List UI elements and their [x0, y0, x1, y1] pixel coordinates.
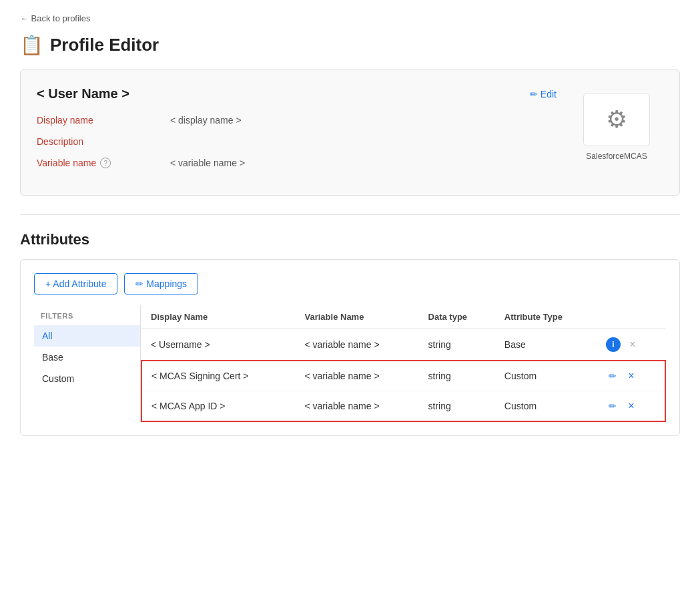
cell-actions: ✏ ×	[597, 361, 665, 391]
cell-variable-name: < variable name >	[296, 329, 419, 361]
col-attribute-type: Attribute Type	[495, 305, 597, 329]
cell-display-name: < Username >	[141, 329, 296, 361]
table-header: Display Name Variable Name Data type Att…	[141, 305, 665, 329]
app-name: SalesforceMCAS	[586, 152, 647, 161]
variable-name-field: Variable name ? < variable name >	[37, 158, 557, 168]
description-field: Description	[37, 136, 557, 147]
attributes-table: Display Name Variable Name Data type Att…	[141, 305, 666, 422]
variable-name-label: Variable name	[37, 158, 96, 168]
divider	[20, 214, 680, 215]
filter-item-base[interactable]: Base	[34, 347, 140, 368]
back-link-text: ← Back to profiles	[20, 13, 91, 23]
profile-info: < User Name > ✏ Edit Display name < disp…	[37, 86, 557, 179]
mappings-button[interactable]: ✏ Mappings	[124, 273, 198, 294]
edit-button[interactable]: ✏ Edit	[530, 89, 557, 99]
cell-actions: ✏ ×	[597, 391, 665, 422]
edit-row-button[interactable]: ✏	[606, 399, 619, 413]
cell-actions: i ×	[597, 329, 665, 361]
content-area: FILTERS All Base Custom Display Name Var…	[34, 305, 666, 422]
table-body: < Username > < variable name > string Ba…	[141, 329, 665, 422]
help-icon[interactable]: ?	[100, 158, 111, 168]
col-data-type: Data type	[419, 305, 495, 329]
col-actions	[597, 305, 665, 329]
filter-item-custom[interactable]: Custom	[34, 368, 140, 389]
delete-row-button[interactable]: ×	[625, 399, 638, 413]
col-variable-name: Variable Name	[296, 305, 419, 329]
cell-attribute-type: Custom	[495, 391, 597, 422]
variable-name-label-row: Variable name ?	[37, 158, 170, 168]
cell-variable-name: < variable name >	[296, 391, 419, 422]
app-icon-wrapper: ⚙	[583, 93, 650, 146]
cell-attribute-type: Custom	[495, 361, 597, 391]
attributes-section-title: Attributes	[20, 231, 680, 248]
profile-name-row: < User Name > ✏ Edit	[37, 86, 557, 101]
delete-button[interactable]: ×	[626, 338, 639, 351]
filters-label: FILTERS	[34, 305, 140, 325]
cell-display-name: < MCAS App ID >	[141, 391, 296, 422]
cell-data-type: string	[419, 391, 495, 422]
display-name-field: Display name < display name >	[37, 115, 557, 126]
action-cell: ✏ ×	[606, 399, 655, 413]
cell-attribute-type: Base	[495, 329, 597, 361]
page-title: Profile Editor	[50, 35, 159, 55]
cell-data-type: string	[419, 329, 495, 361]
table-row: < MCAS App ID > < variable name > string…	[141, 391, 665, 422]
display-name-value: < display name >	[170, 115, 242, 126]
toolbar: + Add Attribute ✏ Mappings	[34, 273, 666, 294]
filter-item-all[interactable]: All	[34, 325, 140, 347]
action-cell: i ×	[606, 337, 656, 352]
back-link[interactable]: ← Back to profiles	[20, 13, 680, 23]
filters-panel: FILTERS All Base Custom	[34, 305, 141, 422]
cell-data-type: string	[419, 361, 495, 391]
attributes-card: + Add Attribute ✏ Mappings FILTERS All B…	[20, 259, 680, 436]
profile-card: < User Name > ✏ Edit Display name < disp…	[20, 69, 680, 196]
col-display-name: Display Name	[141, 305, 296, 329]
variable-name-value: < variable name >	[170, 158, 245, 168]
profile-name: < User Name >	[37, 86, 129, 101]
table-area: Display Name Variable Name Data type Att…	[141, 305, 666, 422]
app-icon-box: ⚙ SalesforceMCAS	[570, 86, 663, 179]
cell-variable-name: < variable name >	[296, 361, 419, 391]
add-attribute-button[interactable]: + Add Attribute	[34, 273, 117, 294]
description-label: Description	[37, 136, 170, 147]
table-row: < MCAS Signing Cert > < variable name > …	[141, 361, 665, 391]
page-title-icon: 📋	[20, 34, 43, 56]
table-row: < Username > < variable name > string Ba…	[141, 329, 665, 361]
action-cell: ✏ ×	[606, 369, 655, 383]
delete-row-button[interactable]: ×	[625, 369, 638, 383]
edit-row-button[interactable]: ✏	[606, 369, 619, 383]
info-button[interactable]: i	[606, 337, 621, 352]
cell-display-name: < MCAS Signing Cert >	[141, 361, 296, 391]
page-title-row: 📋 Profile Editor	[20, 34, 680, 56]
display-name-label: Display name	[37, 115, 170, 126]
gear-icon: ⚙	[606, 106, 627, 134]
